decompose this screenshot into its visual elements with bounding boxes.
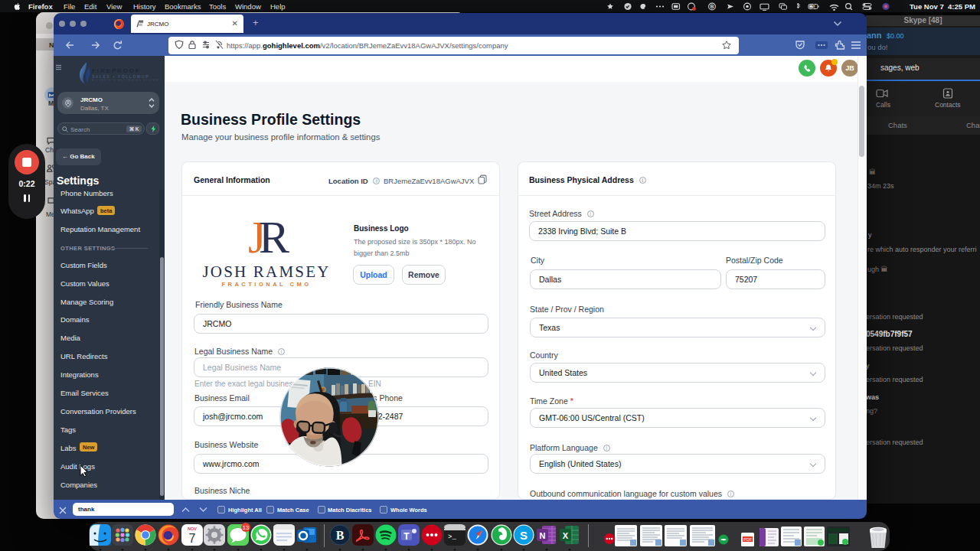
svg-text:7: 7	[189, 532, 196, 545]
svg-text:B: B	[336, 529, 345, 542]
svg-text:T: T	[403, 531, 410, 542]
svg-text:S: S	[520, 529, 528, 542]
svg-text:B: B	[710, 4, 714, 9]
svg-text:X: X	[563, 531, 569, 540]
svg-text:13: 13	[243, 524, 249, 531]
svg-text:NOV: NOV	[188, 527, 197, 531]
svg-text:N: N	[540, 531, 546, 540]
svg-text:>_: >_	[448, 533, 456, 541]
svg-text:PDF: PDF	[743, 537, 753, 542]
